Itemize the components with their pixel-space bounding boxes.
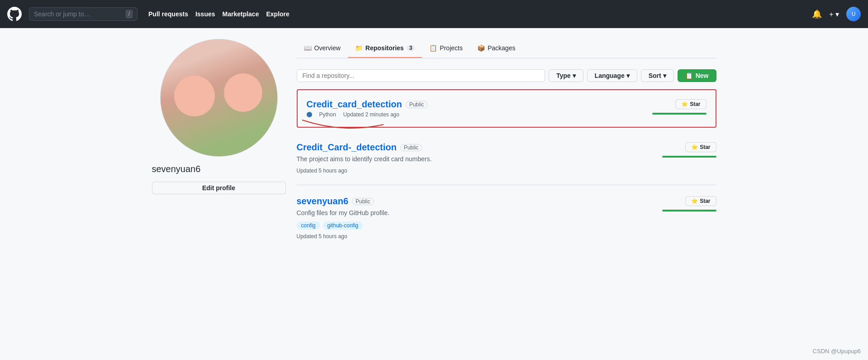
projects-icon: 📋 xyxy=(429,44,437,52)
repo-description: Config files for my GitHub profile. xyxy=(297,208,655,218)
repo-actions: ⭐ Star xyxy=(655,196,716,211)
table-row: sevenyuan6 Public Config files for my Gi… xyxy=(297,185,716,250)
nav-issues[interactable]: Issues xyxy=(195,10,215,18)
edit-profile-button[interactable]: Edit profile xyxy=(152,182,286,194)
repo-info: Credit_Card-_detection Public The projec… xyxy=(297,142,655,174)
tag-config[interactable]: config xyxy=(297,221,320,230)
new-repo-button[interactable]: 📋 New xyxy=(678,69,716,82)
nav-marketplace[interactable]: Marketplace xyxy=(223,10,259,18)
star-icon: ⭐ xyxy=(681,101,688,107)
sort-label: Sort xyxy=(649,72,661,79)
language-dot-icon xyxy=(307,112,312,117)
repo-title-row: sevenyuan6 Public xyxy=(297,196,655,206)
repo-description: The project aims to identify credit card… xyxy=(297,154,655,164)
star-button[interactable]: ⭐ Star xyxy=(675,99,706,109)
repo-meta: Updated 5 hours ago xyxy=(297,168,655,174)
github-logo-icon[interactable] xyxy=(7,7,22,21)
repo-meta: Python Updated 2 minutes ago xyxy=(307,111,645,118)
activity-bar xyxy=(662,210,716,211)
star-icon: ⭐ xyxy=(691,144,698,150)
main-layout: 😊 sevenyuan6 Edit profile 📖 Overview 📁 R… xyxy=(145,28,724,261)
overview-icon: 📖 xyxy=(304,44,312,52)
main-content: 📖 Overview 📁 Repositories 3 📋 Projects 📦… xyxy=(297,39,716,250)
sidebar: 😊 sevenyuan6 Edit profile xyxy=(152,39,286,250)
repo-updated: Updated 2 minutes ago xyxy=(343,111,399,118)
star-icon: ⭐ xyxy=(691,198,698,204)
navbar-right: 🔔 + ▾ U xyxy=(812,7,861,21)
tab-overview[interactable]: 📖 Overview xyxy=(297,39,348,58)
repo-visibility-badge: Public xyxy=(406,101,428,108)
star-label: Star xyxy=(690,101,700,107)
sort-dropdown-button[interactable]: Sort ▾ xyxy=(641,69,674,82)
type-dropdown-button[interactable]: Type ▾ xyxy=(549,69,583,82)
repo-controls: Type ▾ Language ▾ Sort ▾ 📋 New xyxy=(297,69,716,82)
tag-github-config[interactable]: github-config xyxy=(323,221,363,230)
table-row: Credit_Card-_detection Public The projec… xyxy=(297,131,716,185)
activity-bar xyxy=(652,113,707,115)
notification-icon[interactable]: 🔔 xyxy=(812,9,822,19)
repo-search-input[interactable] xyxy=(297,69,545,82)
repo-actions: ⭐ Star xyxy=(645,99,707,115)
profile-avatar: 😊 xyxy=(160,39,278,157)
repositories-count-badge: 3 xyxy=(407,45,415,51)
type-label: Type xyxy=(556,72,571,79)
language-chevron-icon: ▾ xyxy=(626,72,630,79)
type-chevron-icon: ▾ xyxy=(573,72,576,79)
repo-name-link[interactable]: Credit_card_detection xyxy=(307,99,402,110)
nav-explore[interactable]: Explore xyxy=(266,10,289,18)
star-button[interactable]: ⭐ Star xyxy=(685,196,716,206)
repo-title-row: Credit_card_detection Public xyxy=(307,99,645,110)
repo-title-row: Credit_Card-_detection Public xyxy=(297,142,655,153)
navbar: / Pull requests Issues Marketplace Explo… xyxy=(0,0,868,28)
star-label: Star xyxy=(700,198,710,204)
sort-chevron-icon: ▾ xyxy=(663,72,666,79)
navbar-links: Pull requests Issues Marketplace Explore xyxy=(148,10,289,18)
repo-info: sevenyuan6 Public Config files for my Gi… xyxy=(297,196,655,240)
tab-projects[interactable]: 📋 Projects xyxy=(422,39,470,58)
repo-updated: Updated 5 hours ago xyxy=(297,168,347,174)
repo-updated: Updated 5 hours ago xyxy=(297,233,347,240)
slash-key-badge: / xyxy=(126,10,133,18)
tab-packages[interactable]: 📦 Packages xyxy=(470,39,522,58)
star-button[interactable]: ⭐ Star xyxy=(685,142,716,152)
activity-bar xyxy=(662,156,716,158)
language-label: Language xyxy=(595,72,625,79)
tab-overview-label: Overview xyxy=(314,44,341,52)
repo-info: Credit_card_detection Public Python Upda… xyxy=(307,99,645,118)
nav-pull-requests[interactable]: Pull requests xyxy=(148,10,188,18)
tab-repositories[interactable]: 📁 Repositories 3 xyxy=(348,39,422,58)
language-dropdown-button[interactable]: Language ▾ xyxy=(587,69,637,82)
profile-tabs: 📖 Overview 📁 Repositories 3 📋 Projects 📦… xyxy=(297,39,716,58)
tab-projects-label: Projects xyxy=(440,44,463,52)
emoji-button[interactable]: 😊 xyxy=(259,138,274,153)
repo-tags: config github-config xyxy=(297,221,655,230)
table-row: Credit_card_detection Public Python Upda… xyxy=(297,89,716,128)
repo-name-link[interactable]: sevenyuan6 xyxy=(297,196,349,206)
tab-packages-label: Packages xyxy=(488,44,515,52)
packages-icon: 📦 xyxy=(477,44,485,52)
repo-actions: ⭐ Star xyxy=(655,142,716,158)
navbar-search[interactable]: / xyxy=(29,7,138,21)
new-repo-icon: 📋 xyxy=(685,72,693,79)
star-label: Star xyxy=(700,144,710,150)
new-repo-label: New xyxy=(696,72,709,79)
repositories-icon: 📁 xyxy=(355,44,363,52)
user-avatar[interactable]: U xyxy=(846,7,861,21)
profile-username: sevenyuan6 xyxy=(152,164,286,174)
tab-repositories-label: Repositories xyxy=(365,44,404,52)
create-new-button[interactable]: + ▾ xyxy=(829,10,839,19)
repo-language: Python xyxy=(319,111,336,118)
repo-visibility-badge: Public xyxy=(352,198,374,205)
search-input[interactable] xyxy=(34,10,122,18)
repo-list: Credit_card_detection Public Python Upda… xyxy=(297,89,716,250)
repo-name-link[interactable]: Credit_Card-_detection xyxy=(297,142,397,153)
repo-meta: Updated 5 hours ago xyxy=(297,233,655,240)
repo-visibility-badge: Public xyxy=(400,144,422,151)
